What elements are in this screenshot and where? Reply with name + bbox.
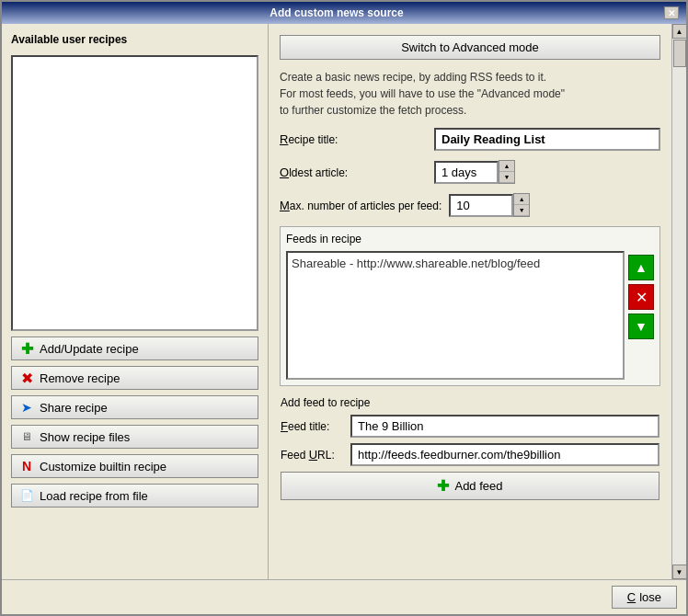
feed-title-input[interactable] (350, 415, 659, 438)
feed-title-row: Feed title: (281, 415, 659, 438)
remove-recipe-button[interactable]: ✖ Remove recipe (11, 366, 258, 390)
recipe-title-row: Recipe title: (280, 128, 660, 151)
oldest-article-up-button[interactable]: ▲ (499, 161, 514, 172)
red-n-icon: N (19, 459, 34, 473)
feeds-group-label: Feeds in recipe (286, 233, 654, 245)
scrollbar[interactable]: ▲ ▼ (671, 24, 686, 579)
add-update-recipe-button[interactable]: ✚ Add/Update recipe (11, 337, 258, 360)
oldest-article-label: Oldest article: (280, 165, 427, 179)
feed-move-down-button[interactable]: ▼ (628, 314, 654, 339)
close-dialog-button[interactable]: Close (612, 586, 677, 609)
recipe-title-input[interactable] (434, 128, 660, 151)
feed-url-input[interactable] (350, 443, 659, 466)
add-feed-label: Add feed to recipe (281, 396, 659, 409)
bottom-bar: Close (2, 579, 686, 614)
green-plus-icon: ✚ (19, 341, 34, 356)
info-text: Create a basic news recipe, by adding RS… (280, 69, 660, 119)
right-panel: Switch to Advanced mode Create a basic n… (269, 24, 671, 579)
customize-builtin-button[interactable]: N Customize builtin recipe (11, 454, 258, 478)
main-content: Available user recipes ✚ Add/Update reci… (2, 24, 686, 579)
recipe-list[interactable] (11, 55, 258, 331)
feeds-area: Shareable - http://www.shareable.net/blo… (286, 251, 654, 380)
add-feed-group: Add feed to recipe Feed title: Feed URL:… (280, 395, 660, 501)
scroll-track (672, 39, 687, 565)
share-label: Share recipe (40, 401, 108, 415)
window-title: Add custom news source (9, 6, 664, 19)
feed-item: Shareable - http://www.shareable.net/blo… (292, 257, 540, 270)
feed-move-up-button[interactable]: ▲ (628, 255, 654, 280)
max-articles-down-button[interactable]: ▼ (514, 205, 529, 216)
scroll-down-button[interactable]: ▼ (672, 565, 687, 579)
scroll-up-button[interactable]: ▲ (672, 24, 687, 39)
max-articles-up-button[interactable]: ▲ (514, 194, 529, 205)
feed-url-label: Feed URL: (281, 448, 345, 462)
add-feed-plus-icon: ✚ (437, 477, 449, 495)
window-close-button[interactable]: ✕ (664, 6, 679, 19)
oldest-article-spinner: ▲ ▼ (434, 160, 515, 184)
load-file-label: Load recipe from file (40, 489, 148, 503)
right-scroll-container: Switch to Advanced mode Create a basic n… (269, 24, 686, 579)
feed-url-row: Feed URL: (281, 443, 659, 466)
max-articles-spin-buttons: ▲ ▼ (513, 193, 530, 217)
customize-label: Customize builtin recipe (40, 460, 166, 473)
left-panel-title: Available user recipes (11, 33, 258, 46)
max-articles-row: Max. number of articles per feed: ▲ ▼ (280, 193, 660, 217)
show-files-label: Show recipe files (40, 430, 130, 444)
close-underline-icon: C (627, 590, 636, 604)
share-icon: ➤ (19, 400, 34, 415)
feeds-group: Feeds in recipe Shareable - http://www.s… (280, 226, 660, 386)
add-update-label: Add/Update recipe (40, 342, 139, 356)
oldest-article-input[interactable] (434, 161, 499, 184)
file-icon: 📄 (19, 488, 34, 503)
monitor-icon: 🖥 (19, 429, 34, 444)
add-feed-button[interactable]: ✚ Add feed (281, 472, 659, 500)
recipe-title-label: Recipe title: (280, 132, 427, 146)
switch-to-advanced-button[interactable]: Switch to Advanced mode (280, 35, 660, 60)
feed-title-label: Feed title: (281, 419, 345, 433)
share-recipe-button[interactable]: ➤ Share recipe (11, 395, 258, 419)
remove-label: Remove recipe (40, 371, 120, 385)
left-panel: Available user recipes ✚ Add/Update reci… (2, 24, 269, 579)
scroll-thumb[interactable] (673, 40, 686, 67)
oldest-article-down-button[interactable]: ▼ (499, 172, 514, 183)
show-recipe-files-button[interactable]: 🖥 Show recipe files (11, 425, 258, 449)
titlebar: Add custom news source ✕ (2, 2, 686, 24)
close-rest-label: lose (639, 590, 661, 604)
feed-remove-button[interactable]: ✕ (628, 284, 654, 310)
add-feed-btn-label: Add feed (454, 479, 502, 493)
feeds-list[interactable]: Shareable - http://www.shareable.net/blo… (286, 251, 625, 380)
red-x-icon: ✖ (19, 371, 34, 385)
main-window: Add custom news source ✕ Available user … (0, 0, 688, 616)
feeds-controls: ▲ ✕ ▼ (628, 251, 654, 380)
oldest-article-row: Oldest article: ▲ ▼ (280, 160, 660, 184)
max-articles-input[interactable] (449, 194, 513, 217)
oldest-article-spin-buttons: ▲ ▼ (499, 160, 515, 184)
max-articles-label: Max. number of articles per feed: (280, 199, 441, 212)
max-articles-spinner: ▲ ▼ (449, 193, 530, 217)
load-from-file-button[interactable]: 📄 Load recipe from file (11, 484, 258, 508)
